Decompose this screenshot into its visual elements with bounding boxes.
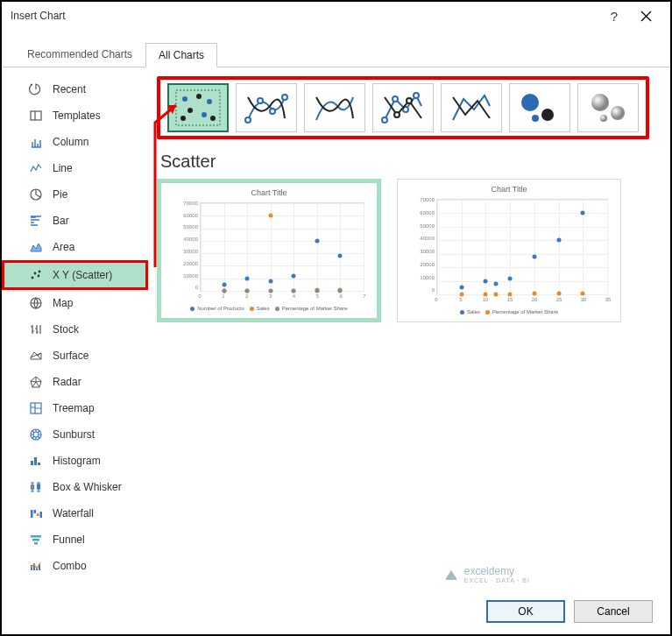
sidebar-item-histogram[interactable]: Histogram (2, 448, 148, 474)
svg-point-6 (38, 275, 40, 278)
svg-rect-19 (34, 510, 37, 513)
sidebar-item-pie[interactable]: Pie (2, 181, 148, 208)
sidebar-item-recent[interactable]: Recent (2, 76, 148, 102)
tab-all-charts[interactable]: All Charts (145, 43, 217, 67)
svg-point-26 (182, 96, 187, 102)
sidebar-item-label: Waterfall (53, 507, 94, 519)
svg-rect-2 (31, 111, 41, 120)
subtype-scatter-smooth-markers[interactable] (236, 83, 297, 132)
svg-point-7 (39, 271, 41, 273)
sidebar-item-bar[interactable]: Bar (2, 208, 148, 234)
subtype-bubble-3d[interactable] (577, 83, 639, 132)
svg-point-46 (591, 94, 609, 111)
preview-title: Chart Title (400, 185, 619, 194)
sidebar-item-surface[interactable]: Surface (2, 343, 148, 369)
ok-button[interactable]: OK (486, 600, 565, 623)
dialog-titlebar: Insert Chart ? (2, 2, 670, 30)
sidebar-item-label: Funnel (53, 534, 85, 546)
sidebar-item-treemap[interactable]: Treemap (2, 395, 148, 421)
close-button[interactable] (630, 4, 661, 28)
svg-rect-16 (32, 485, 34, 489)
sidebar-item-label: Bar (53, 215, 69, 227)
subtype-scatter-straight-markers[interactable] (372, 83, 434, 132)
cancel-button[interactable]: Cancel (574, 600, 653, 623)
svg-point-35 (270, 109, 275, 114)
tab-bar: Recommended Charts All Charts (2, 30, 670, 67)
waterfall-icon (28, 505, 44, 521)
sunburst-icon (28, 427, 44, 442)
sidebar-item-label: Histogram (53, 455, 101, 467)
sidebar-item-sunburst[interactable]: Sunburst (2, 421, 148, 448)
templates-icon (28, 108, 44, 124)
sidebar-item-label: Column (53, 136, 88, 148)
sidebar-item-label: Treemap (53, 402, 95, 414)
area-icon (28, 239, 44, 255)
chart-type-heading: Scatter (160, 152, 649, 172)
preview-title: Chart Title (163, 188, 375, 197)
svg-point-37 (382, 117, 387, 123)
subtype-scatter-smooth[interactable] (304, 83, 365, 132)
svg-rect-14 (34, 457, 37, 465)
svg-rect-51 (446, 578, 456, 580)
scatter-icon (28, 267, 44, 283)
sidebar-item-label: Box & Whisker (53, 481, 122, 493)
main-panel: Scatter Chart Title 01000020000300004000… (148, 67, 670, 591)
svg-point-36 (282, 95, 287, 100)
svg-point-44 (541, 109, 554, 121)
subtype-bubble[interactable] (509, 83, 570, 132)
dialog-footer: OK Cancel (2, 589, 670, 634)
svg-rect-17 (38, 484, 40, 489)
line-icon (28, 160, 44, 176)
svg-point-30 (202, 112, 207, 117)
svg-point-43 (521, 94, 539, 111)
dialog-title: Insert Chart (11, 10, 66, 22)
scatter-subtype-bar (157, 76, 649, 139)
combo-icon (28, 558, 44, 574)
sidebar-item-waterfall[interactable]: Waterfall (2, 500, 148, 526)
svg-point-27 (196, 94, 202, 99)
sidebar-item-stock[interactable]: Stock (2, 316, 148, 343)
sidebar-item-label: Pie (53, 188, 67, 201)
sidebar-item-label: Line (53, 162, 73, 174)
chart-type-sidebar: Recent Templates Column Line Pie Bar Are… (2, 67, 148, 591)
column-icon (28, 134, 44, 150)
sidebar-item-area[interactable]: Area (2, 234, 148, 260)
svg-point-33 (245, 117, 251, 123)
sidebar-item-xy-scatter[interactable]: X Y (Scatter) (2, 260, 148, 290)
subtype-scatter-straight[interactable] (441, 83, 502, 132)
sidebar-item-label: Area (53, 241, 74, 253)
sidebar-item-map[interactable]: Map (2, 290, 148, 316)
sidebar-item-label: Recent (53, 83, 86, 95)
sidebar-item-label: Combo (53, 560, 87, 572)
tab-recommended-charts[interactable]: Recommended Charts (14, 42, 145, 67)
svg-rect-23 (32, 539, 39, 541)
sidebar-item-label: Sunburst (53, 428, 95, 441)
chart-previews: Chart Title 0100002000030000400005000060… (157, 179, 649, 322)
sidebar-item-templates[interactable]: Templates (2, 102, 148, 129)
svg-rect-13 (31, 461, 33, 465)
bar-icon (28, 213, 44, 229)
sidebar-item-radar[interactable]: Radar (2, 369, 148, 395)
subtype-scatter[interactable] (167, 83, 229, 132)
chart-preview-1[interactable]: Chart Title 0100002000030000400005000060… (157, 179, 381, 322)
svg-rect-22 (31, 535, 41, 538)
sidebar-item-label: Surface (53, 350, 88, 362)
chart-preview-2[interactable]: Chart Title 0100002000030000400005000060… (397, 179, 621, 322)
help-button[interactable]: ? (598, 4, 630, 28)
svg-marker-50 (446, 570, 456, 578)
svg-point-38 (393, 96, 398, 102)
sidebar-item-combo[interactable]: Combo (2, 553, 148, 579)
sidebar-item-label: X Y (Scatter) (53, 269, 112, 281)
svg-point-48 (600, 115, 607, 122)
svg-rect-15 (38, 463, 40, 465)
svg-point-45 (532, 115, 539, 122)
pie-icon (28, 187, 44, 202)
svg-rect-24 (34, 542, 38, 545)
sidebar-item-label: Stock (53, 323, 79, 336)
sidebar-item-label: Radar (53, 376, 81, 388)
sidebar-item-line[interactable]: Line (2, 155, 148, 181)
sidebar-item-column[interactable]: Column (2, 129, 148, 155)
sidebar-item-funnel[interactable]: Funnel (2, 526, 148, 553)
sidebar-item-box-whisker[interactable]: Box & Whisker (2, 474, 148, 500)
svg-point-41 (394, 112, 400, 117)
